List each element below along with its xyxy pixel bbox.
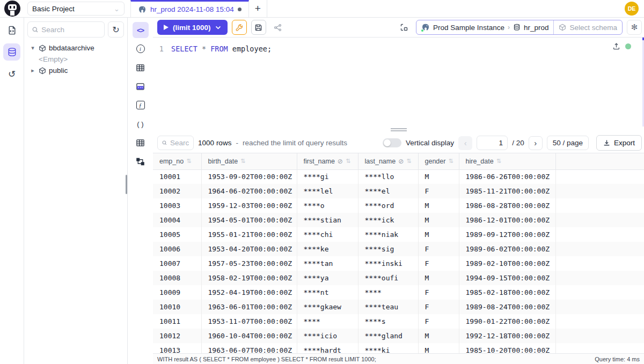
connection-select[interactable]: Prod Sample Instance › hr_prod bbox=[416, 20, 553, 34]
table-cell[interactable]: 10011 bbox=[153, 314, 201, 329]
export-button[interactable]: Export bbox=[596, 135, 642, 151]
table-cell[interactable]: ****hardt bbox=[297, 343, 358, 353]
new-tab-button[interactable]: + bbox=[249, 0, 267, 17]
table-cell[interactable]: ****icio bbox=[297, 329, 358, 343]
tree-search-box[interactable] bbox=[27, 21, 105, 38]
sheet-colored-icon[interactable] bbox=[133, 78, 149, 94]
vertical-display-toggle[interactable] bbox=[383, 138, 401, 147]
table-cell[interactable]: M bbox=[418, 343, 459, 353]
table-cell[interactable]: ****gland bbox=[358, 329, 418, 343]
table-grid-icon[interactable] bbox=[133, 135, 149, 151]
sort-icon[interactable]: ⇅ bbox=[186, 158, 191, 165]
table-cell[interactable]: M bbox=[418, 169, 459, 184]
table-cell[interactable]: 1953-11-07T00:00:00Z bbox=[201, 314, 297, 329]
table-cell[interactable]: ****ke bbox=[297, 242, 358, 256]
table-cell[interactable]: 1954-05-01T00:00:00Z bbox=[201, 213, 297, 227]
results-search-input[interactable] bbox=[170, 139, 189, 147]
table-cell[interactable]: 1989-08-24T00:00:00Z bbox=[459, 300, 555, 314]
wrench-button[interactable] bbox=[232, 20, 247, 35]
caret-down-icon[interactable]: ▾ bbox=[30, 44, 36, 51]
table-cell[interactable]: 10005 bbox=[153, 227, 201, 242]
table-cell[interactable]: 1992-12-18T00:00:00Z bbox=[459, 329, 555, 343]
table-cell[interactable]: ****oufi bbox=[358, 271, 418, 285]
table-cell[interactable]: 1986-12-01T00:00:00Z bbox=[459, 213, 555, 227]
table-cell[interactable]: 1989-02-10T00:00:00Z bbox=[459, 256, 555, 271]
table-cell[interactable]: F bbox=[418, 184, 459, 198]
table-cell[interactable]: 1960-10-04T00:00:00Z bbox=[201, 329, 297, 343]
table-cell[interactable]: F bbox=[418, 285, 459, 300]
table-cell[interactable]: 1957-05-23T00:00:00Z bbox=[201, 256, 297, 271]
table-cell[interactable]: 10001 bbox=[153, 169, 201, 184]
table-cell[interactable]: F bbox=[418, 314, 459, 329]
table-cell[interactable]: ****inski bbox=[358, 256, 418, 271]
parentheses-icon[interactable]: ( ) bbox=[133, 116, 149, 132]
info-icon[interactable]: i bbox=[133, 41, 149, 57]
tree-item-public[interactable]: ▸ public bbox=[26, 65, 125, 76]
table-cell[interactable]: 1989-06-02T00:00:00Z bbox=[459, 242, 555, 256]
table-cell[interactable]: M bbox=[418, 198, 459, 213]
caret-right-icon[interactable]: ▸ bbox=[30, 67, 36, 74]
table-list-icon[interactable] bbox=[133, 60, 149, 76]
table-cell[interactable]: ****chi bbox=[297, 227, 358, 242]
table-cell[interactable]: M bbox=[418, 271, 459, 285]
database-panel-icon[interactable] bbox=[3, 43, 20, 61]
table-cell[interactable]: 1985-11-21T00:00:00Z bbox=[459, 184, 555, 198]
worksheet-icon[interactable] bbox=[3, 21, 20, 39]
table-cell[interactable]: 10013 bbox=[153, 343, 201, 353]
table-cell[interactable]: ****gi bbox=[297, 169, 358, 184]
prev-page-button[interactable]: ‹ bbox=[458, 136, 472, 150]
page-number-input[interactable] bbox=[477, 136, 508, 150]
table-cell[interactable]: 10004 bbox=[153, 213, 201, 227]
table-cell[interactable]: ****llo bbox=[358, 169, 418, 184]
table-cell[interactable]: 1964-06-02T00:00:00Z bbox=[201, 184, 297, 198]
table-cell[interactable]: ****nt bbox=[297, 285, 358, 300]
page-size-select[interactable]: 50 / page bbox=[547, 136, 589, 150]
column-header-hire_date[interactable]: hire_date⇅ bbox=[459, 153, 555, 169]
app-logo[interactable] bbox=[0, 0, 24, 17]
table-cell[interactable]: ****ord bbox=[358, 198, 418, 213]
table-cell[interactable]: 1953-04-20T00:00:00Z bbox=[201, 242, 297, 256]
column-header-emp_no[interactable]: emp_no⇅ bbox=[153, 153, 201, 169]
sort-icon[interactable]: ⇅ bbox=[240, 158, 245, 165]
table-cell[interactable]: ****sig bbox=[358, 242, 418, 256]
table-cell[interactable]: M bbox=[418, 213, 459, 227]
table-cell[interactable]: 10006 bbox=[153, 242, 201, 256]
table-cell[interactable]: **** bbox=[358, 285, 418, 300]
table-cell[interactable]: 1958-02-19T00:00:00Z bbox=[201, 271, 297, 285]
table-cell[interactable]: 10010 bbox=[153, 300, 201, 314]
table-cell[interactable]: **** bbox=[297, 314, 358, 329]
table-cell[interactable]: 1963-06-07T00:00:00Z bbox=[201, 343, 297, 353]
table-cell[interactable]: ****s bbox=[358, 314, 418, 329]
table-cell[interactable]: 1986-06-26T00:00:00Z bbox=[459, 169, 555, 184]
table-cell[interactable]: 10007 bbox=[153, 256, 201, 271]
table-cell[interactable]: F bbox=[418, 300, 459, 314]
column-header-last_name[interactable]: last_name⊘⇅ bbox=[358, 153, 418, 169]
tree-item-bbdataarchive[interactable]: ▾ bbdataarchive bbox=[26, 42, 125, 54]
share-button[interactable] bbox=[270, 20, 286, 35]
schema-diagram-icon[interactable] bbox=[133, 153, 149, 169]
table-cell[interactable]: 1959-12-03T00:00:00Z bbox=[201, 198, 297, 213]
table-cell[interactable]: 1985-02-18T00:00:00Z bbox=[459, 285, 555, 300]
table-cell[interactable]: ****tan bbox=[297, 256, 358, 271]
table-cell[interactable]: 1994-09-15T00:00:00Z bbox=[459, 271, 555, 285]
table-cell[interactable]: 10002 bbox=[153, 184, 201, 198]
panel-resize-handle[interactable] bbox=[153, 127, 644, 133]
next-page-button[interactable]: › bbox=[529, 136, 543, 150]
sort-icon[interactable]: ⇅ bbox=[346, 158, 350, 165]
function-icon[interactable]: ƒ bbox=[133, 97, 149, 113]
table-cell[interactable]: 1990-01-22T00:00:00Z bbox=[459, 314, 555, 329]
table-cell[interactable]: 1953-09-02T00:00:00Z bbox=[201, 169, 297, 184]
table-cell[interactable]: ****ya bbox=[297, 271, 358, 285]
avatar[interactable]: DE bbox=[625, 2, 639, 16]
tree-scrollbar[interactable] bbox=[126, 175, 127, 194]
table-cell[interactable]: 1952-04-19T00:00:00Z bbox=[201, 285, 297, 300]
table-cell[interactable]: ****ick bbox=[358, 213, 418, 227]
table-cell[interactable]: 1955-01-21T00:00:00Z bbox=[201, 227, 297, 242]
tab-hr-prod[interactable]: hr_prod 2024-11-08 15:04 bbox=[130, 0, 249, 17]
project-select[interactable]: Basic Project ⌄ bbox=[27, 2, 125, 16]
table-cell[interactable]: M bbox=[418, 227, 459, 242]
table-cell[interactable]: 1985-10-20T00:00:00Z bbox=[459, 343, 555, 353]
tree-search-input[interactable] bbox=[41, 26, 100, 34]
format-sql-button[interactable] bbox=[397, 20, 412, 35]
history-icon[interactable]: ↺ bbox=[3, 65, 20, 83]
